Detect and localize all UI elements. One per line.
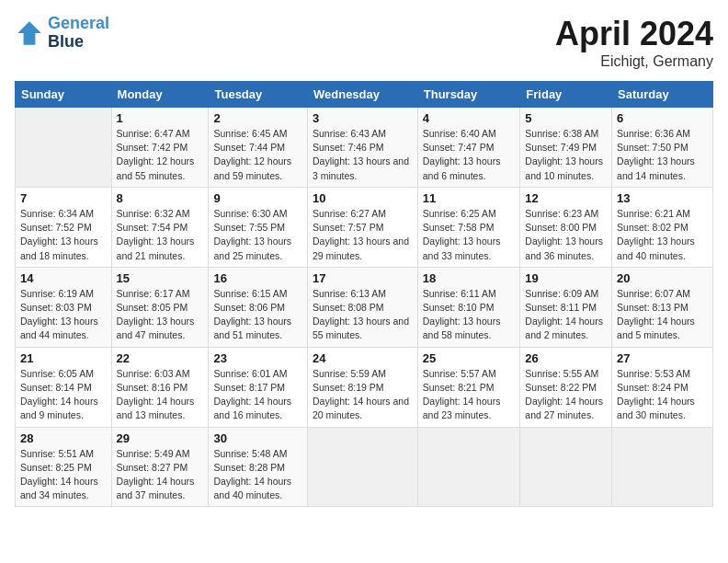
- day-info: Sunrise: 6:19 AMSunset: 8:03 PMDaylight:…: [20, 287, 107, 343]
- day-info: Sunrise: 6:43 AMSunset: 7:46 PMDaylight:…: [313, 127, 413, 183]
- day-number: 20: [617, 271, 708, 285]
- day-info: Sunrise: 5:49 AMSunset: 8:27 PMDaylight:…: [117, 447, 204, 503]
- day-number: 9: [213, 191, 302, 205]
- calendar-cell: 20Sunrise: 6:07 AMSunset: 8:13 PMDayligh…: [612, 267, 713, 347]
- week-row-4: 21Sunrise: 6:05 AMSunset: 8:14 PMDayligh…: [16, 347, 713, 427]
- day-number: 19: [525, 271, 607, 285]
- day-info: Sunrise: 6:47 AMSunset: 7:42 PMDaylight:…: [117, 127, 204, 183]
- day-info: Sunrise: 6:07 AMSunset: 8:13 PMDaylight:…: [617, 287, 708, 343]
- calendar-cell: 19Sunrise: 6:09 AMSunset: 8:11 PMDayligh…: [520, 267, 612, 347]
- day-info: Sunrise: 6:27 AMSunset: 7:57 PMDaylight:…: [313, 207, 413, 263]
- day-number: 18: [423, 271, 516, 285]
- calendar-cell: 30Sunrise: 5:48 AMSunset: 8:28 PMDayligh…: [209, 427, 308, 507]
- calendar-cell: 14Sunrise: 6:19 AMSunset: 8:03 PMDayligh…: [16, 267, 112, 347]
- week-row-1: 1Sunrise: 6:47 AMSunset: 7:42 PMDaylight…: [16, 108, 713, 188]
- day-info: Sunrise: 5:51 AMSunset: 8:25 PMDaylight:…: [20, 447, 107, 503]
- calendar-cell: 13Sunrise: 6:21 AMSunset: 8:02 PMDayligh…: [612, 187, 713, 267]
- day-number: 25: [423, 351, 516, 365]
- day-info: Sunrise: 6:23 AMSunset: 8:00 PMDaylight:…: [525, 207, 607, 263]
- calendar-cell: 12Sunrise: 6:23 AMSunset: 8:00 PMDayligh…: [520, 187, 612, 267]
- calendar-cell: [520, 427, 612, 507]
- day-info: Sunrise: 6:03 AMSunset: 8:16 PMDaylight:…: [117, 367, 204, 423]
- day-number: 17: [313, 271, 413, 285]
- calendar-cell: 26Sunrise: 5:55 AMSunset: 8:22 PMDayligh…: [520, 347, 612, 427]
- day-info: Sunrise: 6:11 AMSunset: 8:10 PMDaylight:…: [423, 287, 516, 343]
- title-area: April 2024 Eichigt, Germany: [555, 15, 713, 70]
- day-number: 8: [117, 191, 204, 205]
- day-number: 2: [213, 111, 302, 125]
- day-number: 15: [117, 271, 204, 285]
- svg-marker-0: [17, 21, 41, 45]
- calendar-cell: 24Sunrise: 5:59 AMSunset: 8:19 PMDayligh…: [307, 347, 417, 427]
- calendar-cell: 17Sunrise: 6:13 AMSunset: 8:08 PMDayligh…: [307, 267, 417, 347]
- calendar-cell: 18Sunrise: 6:11 AMSunset: 8:10 PMDayligh…: [417, 267, 520, 347]
- day-number: 4: [423, 111, 516, 125]
- day-info: Sunrise: 6:17 AMSunset: 8:05 PMDaylight:…: [117, 287, 204, 343]
- day-info: Sunrise: 6:38 AMSunset: 7:49 PMDaylight:…: [525, 127, 607, 183]
- header: General Blue April 2024 Eichigt, Germany: [15, 15, 713, 70]
- calendar-cell: 3Sunrise: 6:43 AMSunset: 7:46 PMDaylight…: [307, 108, 417, 188]
- col-header-wednesday: Wednesday: [307, 82, 417, 108]
- day-info: Sunrise: 6:25 AMSunset: 7:58 PMDaylight:…: [423, 207, 516, 263]
- day-info: Sunrise: 6:05 AMSunset: 8:14 PMDaylight:…: [20, 367, 107, 423]
- calendar-cell: 2Sunrise: 6:45 AMSunset: 7:44 PMDaylight…: [209, 108, 308, 188]
- calendar-cell: 21Sunrise: 6:05 AMSunset: 8:14 PMDayligh…: [16, 347, 112, 427]
- calendar-cell: 27Sunrise: 5:53 AMSunset: 8:24 PMDayligh…: [612, 347, 713, 427]
- calendar-cell: 1Sunrise: 6:47 AMSunset: 7:42 PMDaylight…: [111, 108, 209, 188]
- col-header-tuesday: Tuesday: [209, 82, 308, 108]
- calendar-cell: 4Sunrise: 6:40 AMSunset: 7:47 PMDaylight…: [417, 108, 520, 188]
- day-info: Sunrise: 5:53 AMSunset: 8:24 PMDaylight:…: [617, 367, 708, 423]
- day-number: 26: [525, 351, 607, 365]
- day-number: 14: [20, 271, 107, 285]
- calendar-cell: 6Sunrise: 6:36 AMSunset: 7:50 PMDaylight…: [612, 108, 713, 188]
- day-number: 21: [20, 351, 107, 365]
- day-number: 3: [313, 111, 413, 125]
- calendar-cell: 9Sunrise: 6:30 AMSunset: 7:55 PMDaylight…: [209, 187, 308, 267]
- day-info: Sunrise: 6:21 AMSunset: 8:02 PMDaylight:…: [617, 207, 708, 263]
- day-number: 5: [525, 111, 607, 125]
- day-number: 13: [617, 191, 708, 205]
- col-header-monday: Monday: [111, 82, 209, 108]
- calendar-cell: 8Sunrise: 6:32 AMSunset: 7:54 PMDaylight…: [111, 187, 209, 267]
- day-number: 1: [117, 111, 204, 125]
- day-info: Sunrise: 5:55 AMSunset: 8:22 PMDaylight:…: [525, 367, 607, 423]
- calendar-cell: 16Sunrise: 6:15 AMSunset: 8:06 PMDayligh…: [209, 267, 308, 347]
- col-header-friday: Friday: [520, 82, 612, 108]
- calendar-cell: 25Sunrise: 5:57 AMSunset: 8:21 PMDayligh…: [417, 347, 520, 427]
- day-number: 10: [313, 191, 413, 205]
- calendar-cell: 22Sunrise: 6:03 AMSunset: 8:16 PMDayligh…: [111, 347, 209, 427]
- day-info: Sunrise: 6:30 AMSunset: 7:55 PMDaylight:…: [213, 207, 302, 263]
- logo-text: General Blue: [48, 15, 109, 52]
- day-info: Sunrise: 5:57 AMSunset: 8:21 PMDaylight:…: [423, 367, 516, 423]
- day-info: Sunrise: 5:48 AMSunset: 8:28 PMDaylight:…: [213, 447, 302, 503]
- day-number: 22: [117, 351, 204, 365]
- day-info: Sunrise: 6:32 AMSunset: 7:54 PMDaylight:…: [117, 207, 204, 263]
- calendar-cell: [417, 427, 520, 507]
- month-title: April 2024: [555, 15, 713, 53]
- calendar-cell: 23Sunrise: 6:01 AMSunset: 8:17 PMDayligh…: [209, 347, 308, 427]
- calendar-table: SundayMondayTuesdayWednesdayThursdayFrid…: [15, 81, 713, 507]
- day-number: 11: [423, 191, 516, 205]
- day-number: 16: [213, 271, 302, 285]
- day-number: 7: [20, 191, 107, 205]
- calendar-cell: 11Sunrise: 6:25 AMSunset: 7:58 PMDayligh…: [417, 187, 520, 267]
- header-row: SundayMondayTuesdayWednesdayThursdayFrid…: [16, 82, 713, 108]
- day-info: Sunrise: 6:34 AMSunset: 7:52 PMDaylight:…: [20, 207, 107, 263]
- day-info: Sunrise: 6:01 AMSunset: 8:17 PMDaylight:…: [213, 367, 302, 423]
- calendar-cell: 29Sunrise: 5:49 AMSunset: 8:27 PMDayligh…: [111, 427, 209, 507]
- day-info: Sunrise: 6:36 AMSunset: 7:50 PMDaylight:…: [617, 127, 708, 183]
- day-number: 29: [117, 431, 204, 445]
- col-header-sunday: Sunday: [16, 82, 112, 108]
- col-header-saturday: Saturday: [612, 82, 713, 108]
- week-row-5: 28Sunrise: 5:51 AMSunset: 8:25 PMDayligh…: [16, 427, 713, 507]
- day-number: 23: [213, 351, 302, 365]
- calendar-cell: 7Sunrise: 6:34 AMSunset: 7:52 PMDaylight…: [16, 187, 112, 267]
- calendar-cell: [16, 108, 112, 188]
- day-number: 30: [213, 431, 302, 445]
- col-header-thursday: Thursday: [417, 82, 520, 108]
- logo: General Blue: [15, 15, 109, 52]
- day-number: 27: [617, 351, 708, 365]
- calendar-cell: [612, 427, 713, 507]
- logo-icon: [15, 18, 44, 48]
- day-number: 24: [313, 351, 413, 365]
